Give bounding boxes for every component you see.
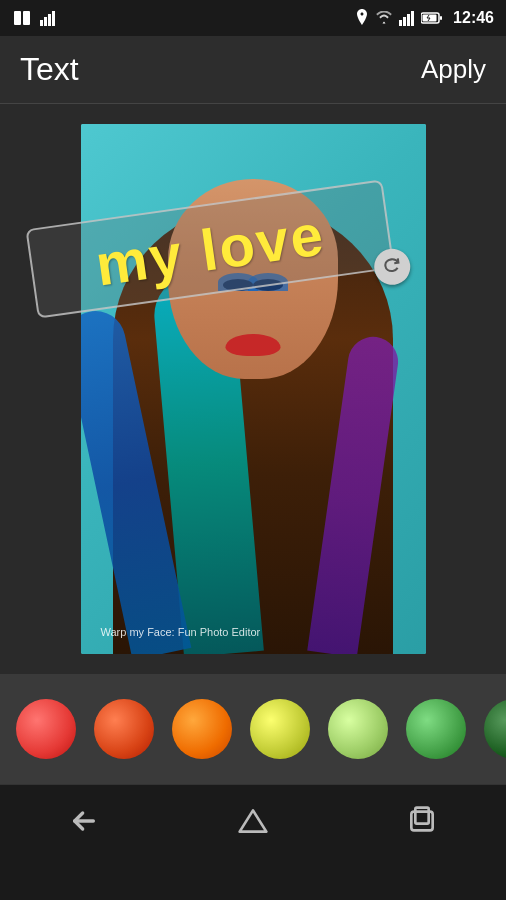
- color-palette: [0, 674, 506, 784]
- recents-icon: [406, 805, 438, 837]
- svg-rect-5: [52, 11, 55, 26]
- apply-button[interactable]: Apply: [421, 54, 486, 85]
- svg-rect-2: [40, 20, 43, 26]
- nav-bar: [0, 784, 506, 856]
- color-swatch-red-orange[interactable]: [94, 699, 154, 759]
- svg-rect-7: [403, 17, 406, 26]
- status-left-icons: [12, 10, 56, 26]
- color-swatch-orange[interactable]: [172, 699, 232, 759]
- page-title: Text: [20, 51, 79, 88]
- back-icon: [68, 805, 100, 837]
- svg-rect-3: [44, 17, 47, 26]
- recents-button[interactable]: [392, 791, 452, 851]
- rotate-icon: [381, 256, 404, 279]
- svg-rect-12: [440, 16, 442, 20]
- battery-icon: [421, 11, 443, 25]
- color-swatch-green[interactable]: [406, 699, 466, 759]
- wifi-icon: [375, 11, 393, 25]
- svg-rect-4: [48, 14, 51, 26]
- svg-rect-0: [14, 11, 21, 25]
- home-icon: [237, 805, 269, 837]
- status-bar: 12:46: [0, 0, 506, 36]
- lips: [226, 334, 281, 356]
- svg-rect-8: [407, 14, 410, 26]
- cell-signal-icon: [399, 10, 415, 26]
- image-area: Warp my Face: Fun Photo Editor my love: [0, 104, 506, 674]
- status-time: 12:46: [453, 9, 494, 27]
- back-button[interactable]: [54, 791, 114, 851]
- home-button[interactable]: [223, 791, 283, 851]
- location-icon: [355, 9, 369, 27]
- status-right-icons: 12:46: [355, 9, 494, 27]
- svg-marker-13: [240, 810, 267, 831]
- color-swatch-green-yellow[interactable]: [328, 699, 388, 759]
- svg-rect-15: [415, 807, 428, 823]
- sim-icon: [12, 10, 32, 26]
- svg-rect-6: [399, 20, 402, 26]
- watermark-text: Warp my Face: Fun Photo Editor: [101, 626, 261, 638]
- color-swatch-red[interactable]: [16, 699, 76, 759]
- color-swatch-yellow-green[interactable]: [250, 699, 310, 759]
- app-bar: Text Apply: [0, 36, 506, 104]
- color-swatch-dark-green[interactable]: [484, 699, 506, 759]
- svg-rect-9: [411, 11, 414, 26]
- signal-bars-icon: [40, 10, 56, 26]
- svg-rect-1: [23, 11, 30, 25]
